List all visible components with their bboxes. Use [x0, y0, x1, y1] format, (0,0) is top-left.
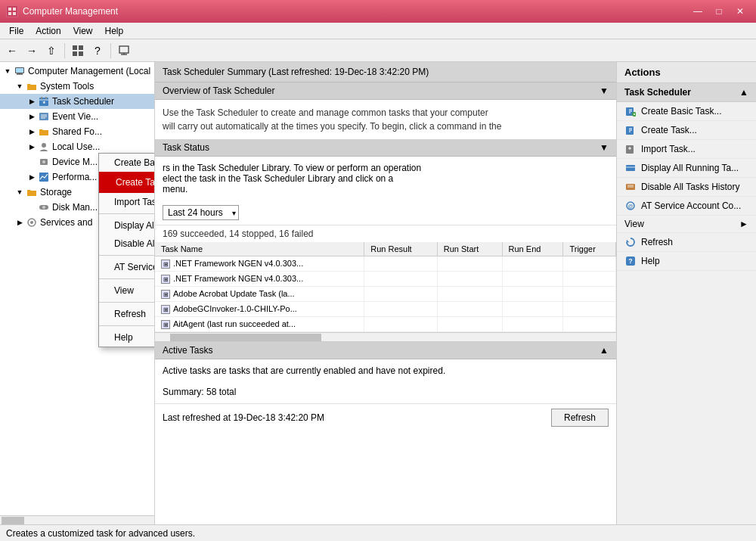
menu-bar: File Action View Help: [0, 23, 756, 39]
expand-icon: ▼: [2, 67, 14, 75]
window-controls: — □ ✕: [688, 4, 750, 19]
overview-text-2: will carry out automatically at the time…: [163, 120, 609, 133]
show-hide-button[interactable]: [69, 42, 87, 60]
up-button[interactable]: ⇧: [42, 42, 60, 60]
menu-help[interactable]: Help: [99, 24, 130, 38]
ctx-at-service[interactable]: AT Service Account Configuration: [99, 258, 155, 276]
status-text: Creates a customized task for advanced u…: [6, 528, 195, 539]
status-bar: Creates a customized task for advanced u…: [0, 524, 756, 541]
expand-icon: ▶: [14, 219, 26, 226]
devicemgr-icon: [38, 156, 50, 168]
menu-action[interactable]: Action: [29, 24, 67, 38]
actions-group-header[interactable]: Task Scheduler ▲: [617, 83, 756, 102]
content-body[interactable]: Overview of Task Scheduler ▼ Use the Tas…: [155, 82, 616, 524]
refresh-button[interactable]: Refresh: [551, 409, 609, 427]
overview-section-content: Use the Task Scheduler to create and man…: [155, 100, 616, 139]
svg-point-29: [42, 206, 45, 209]
left-panel-hscroll[interactable]: [0, 515, 154, 524]
tree-item-computer[interactable]: ▼ Computer Management (Local: [0, 64, 154, 79]
actions-disable-history[interactable]: Disable All Tasks History: [617, 178, 756, 197]
svg-rect-4: [73, 45, 77, 50]
task-status-collapse-icon: ▼: [600, 142, 609, 153]
properties-button[interactable]: [115, 42, 133, 60]
menu-view[interactable]: View: [67, 24, 99, 38]
svg-rect-1: [13, 8, 16, 11]
active-tasks-header[interactable]: Active Tasks ▲: [155, 342, 616, 359]
actions-help[interactable]: ? Help: [617, 252, 756, 271]
actions-import-task[interactable]: Import Task...: [617, 140, 756, 159]
actions-at-service[interactable]: @ AT Service Account Co...: [617, 197, 756, 216]
tree-label: Disk Man...: [52, 202, 98, 213]
forward-button[interactable]: →: [23, 42, 41, 60]
context-menu: Create Basic Task... Create Task... Impo…: [98, 153, 155, 347]
active-tasks-summary: Summary: 58 total: [163, 387, 609, 397]
tree-item-shared[interactable]: ▶ Shared Fo...: [0, 124, 154, 139]
maximize-button[interactable]: □: [709, 4, 729, 19]
ctx-disable-history[interactable]: Disable All Tasks History: [99, 235, 155, 253]
table-row[interactable]: ⊞AitAgent (last run succeeded at...: [155, 317, 616, 332]
task-table-wrapper[interactable]: Task Name Run Result Run Start Run End T…: [155, 242, 616, 341]
ctx-import-task[interactable]: Import Task...: [99, 193, 155, 211]
task-status-desc-1: rs in the Task Scheduler Library. To vie…: [163, 163, 609, 173]
tree-item-taskscheduler[interactable]: ▶ ★ Task Scheduler: [0, 94, 154, 109]
back-button[interactable]: ←: [3, 42, 21, 60]
ctx-create-task[interactable]: Create Task...: [99, 172, 155, 193]
tree-label: Task Scheduler: [52, 96, 114, 107]
ctx-create-basic-task[interactable]: Create Basic Task...: [99, 154, 155, 172]
actions-display-running-label: Display All Running Ta...: [641, 163, 739, 173]
actions-create-task[interactable]: Create Task...: [617, 121, 756, 140]
active-tasks-header-text: Active Tasks: [163, 345, 212, 356]
col-trigger[interactable]: Trigger: [563, 242, 616, 257]
content-header: Task Scheduler Summary (Last refreshed: …: [155, 62, 616, 82]
col-taskname[interactable]: Task Name: [155, 242, 364, 257]
hscroll-thumb: [2, 517, 24, 524]
content-panel: Task Scheduler Summary (Last refreshed: …: [155, 62, 616, 524]
col-runstart[interactable]: Run Start: [437, 242, 502, 257]
tree-item-systemtools[interactable]: ▼ System Tools: [0, 79, 154, 94]
tree-label: Services and: [40, 217, 92, 228]
actions-refresh[interactable]: Refresh: [617, 233, 756, 252]
actions-view[interactable]: View ►: [617, 216, 756, 233]
task-table: Task Name Run Result Run Start Run End T…: [155, 242, 616, 332]
help-toolbar-button[interactable]: ?: [88, 42, 107, 60]
table-row[interactable]: ⊞Adobe Acrobat Update Task (la...: [155, 287, 616, 302]
tree-item-localusers[interactable]: ▶ Local Use...: [0, 139, 154, 154]
table-hscroll[interactable]: [155, 332, 616, 341]
actions-display-running[interactable]: Display All Running Ta...: [617, 159, 756, 178]
active-tasks-content: Active tasks are tasks that are currentl…: [155, 359, 616, 403]
ctx-view[interactable]: View ►: [99, 281, 155, 300]
create-basic-icon: [624, 105, 637, 117]
storage-icon: [26, 186, 38, 198]
diskmgmt-icon: [38, 201, 50, 213]
table-row[interactable]: ⊞AdobeGCInvoker-1.0-CHILY-Po...: [155, 302, 616, 317]
help-icon: ?: [624, 255, 637, 267]
svg-point-31: [30, 221, 33, 224]
close-button[interactable]: ✕: [730, 4, 750, 19]
svg-rect-8: [119, 46, 129, 53]
actions-group-arrow: ▲: [739, 87, 748, 98]
actions-create-basic[interactable]: Create Basic Task...: [617, 102, 756, 121]
menu-file[interactable]: File: [3, 24, 29, 38]
table-row[interactable]: ⊞.NET Framework NGEN v4.0.303...: [155, 272, 616, 287]
task-status-section-header[interactable]: Task Status ▼: [155, 139, 616, 157]
time-select-wrapper: Last hour Last 24 hours Last 7 days Last…: [163, 205, 239, 220]
col-runresult[interactable]: Run Result: [364, 242, 438, 257]
expand-icon: ▶: [26, 128, 38, 135]
tree-item-eventviewer[interactable]: ▶ Event Vie...: [0, 109, 154, 124]
ctx-refresh[interactable]: Refresh: [99, 305, 155, 323]
scheduler-icon: ★: [38, 95, 50, 107]
ctx-display-running[interactable]: Display All Running Tasks: [99, 216, 155, 235]
svg-rect-0: [8, 8, 11, 11]
table-row[interactable]: ⊞.NET Framework NGEN v4.0.303...: [155, 257, 616, 272]
ctx-help[interactable]: Help: [99, 328, 155, 347]
eventviewer-icon: [38, 110, 50, 123]
ctx-sep-3: [99, 278, 155, 279]
task-stats: 169 succeeded, 14 stopped, 16 failed: [155, 225, 616, 242]
minimize-button[interactable]: —: [688, 4, 708, 19]
actions-create-basic-label: Create Basic Task...: [641, 106, 722, 117]
col-runend[interactable]: Run End: [502, 242, 563, 257]
tree-label: System Tools: [40, 81, 94, 92]
overview-section-header[interactable]: Overview of Task Scheduler ▼: [155, 82, 616, 100]
time-select[interactable]: Last hour Last 24 hours Last 7 days Last…: [163, 205, 239, 220]
actions-refresh-label: Refresh: [641, 237, 673, 247]
